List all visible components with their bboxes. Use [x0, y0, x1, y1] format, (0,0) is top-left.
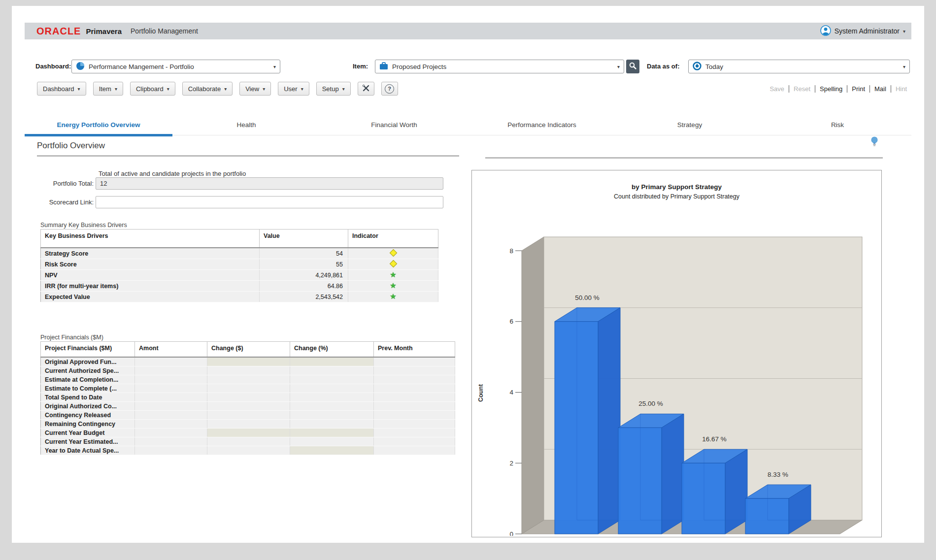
- toolbar: Dashboard▾Item▾Clipboard▾Collaborate▾Vie…: [37, 81, 398, 96]
- kbd-name: Expected Value: [41, 292, 260, 302]
- fin-name: Total Spend to Date: [41, 393, 135, 402]
- data-as-of-value: Today: [705, 63, 723, 70]
- tab-energy-portfolio-overview[interactable]: Energy Portfolio Overview: [25, 116, 172, 135]
- link-reset[interactable]: Reset: [789, 85, 815, 93]
- link-save[interactable]: Save: [765, 85, 789, 93]
- fin-cell: [290, 357, 374, 366]
- fin-cell: [207, 446, 290, 455]
- fin-cell: [135, 357, 207, 366]
- fin-cell: [374, 357, 455, 366]
- content-card: ORACLE Primavera Portfolio Management Sy…: [12, 6, 924, 543]
- toolbar-menu-view[interactable]: View▾: [239, 82, 271, 96]
- kbd-value: 55: [260, 259, 348, 270]
- tab-performance-indicators[interactable]: Performance Indicators: [468, 116, 616, 135]
- search-icon: [629, 62, 636, 71]
- link-mail[interactable]: Mail: [869, 85, 891, 93]
- scorecard-link-field[interactable]: [96, 196, 443, 208]
- tab-risk[interactable]: Risk: [764, 116, 911, 135]
- fin-cell: [135, 384, 207, 393]
- help-button[interactable]: ?: [381, 82, 398, 96]
- chevron-down-icon: ▾: [115, 86, 117, 92]
- dashboard-select[interactable]: Performance Mangement - Portfolio ▾: [71, 60, 280, 73]
- link-print[interactable]: Print: [847, 85, 869, 93]
- fin-name: Current Year Budget: [41, 428, 135, 437]
- kbd-row: Strategy Score54: [41, 248, 438, 259]
- fin-cell: [207, 357, 290, 366]
- toolbar-menu-label: Dashboard: [43, 85, 74, 93]
- fin-row: Original Authorized Co...: [41, 402, 455, 411]
- user-name: System Administrator: [835, 27, 900, 35]
- user-menu[interactable]: System Administrator ▾: [820, 25, 905, 37]
- svg-text:8: 8: [509, 247, 513, 255]
- page-title: Portfolio Overview: [37, 141, 105, 151]
- fin-cell: [290, 384, 374, 393]
- project-financials-table: Project Financials ($M)AmontChange ($)Ch…: [40, 341, 455, 455]
- link-hint[interactable]: Hint: [891, 85, 911, 93]
- green-star-indicator-icon: ★: [390, 281, 396, 290]
- chevron-down-icon: ▾: [224, 86, 227, 92]
- tab-financial-worth[interactable]: Financial Worth: [320, 116, 468, 135]
- fin-cell: [374, 393, 455, 402]
- toolbar-menu-user[interactable]: User▾: [278, 82, 309, 96]
- clock-icon: [693, 62, 702, 72]
- item-select[interactable]: Proposed Projects ▾: [375, 60, 624, 73]
- kbd-row: Expected Value2,543,542★: [41, 292, 438, 302]
- lightbulb-icon[interactable]: [870, 136, 878, 150]
- kbd-name: Risk Score: [41, 259, 260, 270]
- fin-cell: [374, 402, 455, 411]
- fin-name: Remaining Contingency: [41, 420, 135, 428]
- fin-cell: [290, 437, 374, 446]
- toolbar-menu-collaborate[interactable]: Collaborate▾: [182, 82, 233, 96]
- fin-name: Current Year Estimated...: [41, 437, 135, 446]
- fin-column-header: Project Financials ($M): [41, 342, 135, 358]
- kbd-value: 4,249,861: [260, 270, 348, 281]
- chart-subtitle: Count distributed by Primary Support Str…: [472, 193, 881, 200]
- kbd-name: Strategy Score: [41, 248, 260, 259]
- fin-name: Current Authorized Spe...: [41, 366, 135, 375]
- link-spelling[interactable]: Spelling: [815, 85, 847, 93]
- tools-button[interactable]: [358, 82, 374, 96]
- oracle-logo: ORACLE: [36, 26, 81, 37]
- toolbar-menu-label: Clipboard: [136, 85, 164, 93]
- fin-cell: [135, 446, 207, 455]
- fin-cell: [207, 437, 290, 446]
- svg-text:6: 6: [509, 318, 513, 325]
- fin-cell: [135, 411, 207, 420]
- kbd-indicator: ★: [348, 281, 438, 292]
- fin-row: Year to Date Actual Spe...: [41, 446, 455, 455]
- app-title: Portfolio Management: [131, 27, 198, 35]
- fin-name: Estimate to Complete (...: [41, 384, 135, 393]
- kbd-indicator: [348, 259, 438, 270]
- toolbar-menu-clipboard[interactable]: Clipboard▾: [130, 82, 175, 96]
- data-as-of-label: Data as of:: [647, 60, 679, 73]
- fin-cell: [290, 402, 374, 411]
- chevron-down-icon: ▾: [167, 86, 169, 92]
- portfolio-total-field[interactable]: [96, 177, 443, 190]
- fin-cell: [290, 446, 374, 455]
- fin-cell: [207, 402, 290, 411]
- fin-row: Estimate to Complete (...: [41, 384, 455, 393]
- item-search-button[interactable]: [626, 60, 639, 73]
- toolbar-menu-item[interactable]: Item▾: [93, 82, 123, 96]
- svg-text:4: 4: [509, 389, 513, 396]
- toolbar-menu-label: Setup: [322, 85, 339, 93]
- kbd-section-title: Summary Key Business Drivers: [40, 222, 127, 229]
- fin-cell: [290, 375, 374, 384]
- fin-name: Original Approved Fun...: [41, 357, 135, 366]
- fin-cell: [374, 384, 455, 393]
- dashboard-value: Performance Mangement - Portfolio: [89, 63, 194, 70]
- kbd-name: NPV: [41, 270, 260, 281]
- toolbar-menu-dashboard[interactable]: Dashboard▾: [37, 82, 86, 96]
- fin-cell: [374, 411, 455, 420]
- green-star-indicator-icon: ★: [390, 292, 396, 300]
- data-as-of-select[interactable]: Today ▾: [688, 60, 910, 73]
- toolbar-menu-setup[interactable]: Setup▾: [316, 82, 351, 96]
- fin-column-header: Change ($): [207, 342, 290, 358]
- fin-cell: [374, 428, 455, 437]
- fin-row: Current Authorized Spe...: [41, 366, 455, 375]
- fin-cell: [207, 420, 290, 428]
- tab-health[interactable]: Health: [172, 116, 320, 135]
- tab-strategy[interactable]: Strategy: [616, 116, 764, 135]
- tools-icon: [362, 84, 370, 94]
- kbd-value: 64.86: [260, 281, 348, 292]
